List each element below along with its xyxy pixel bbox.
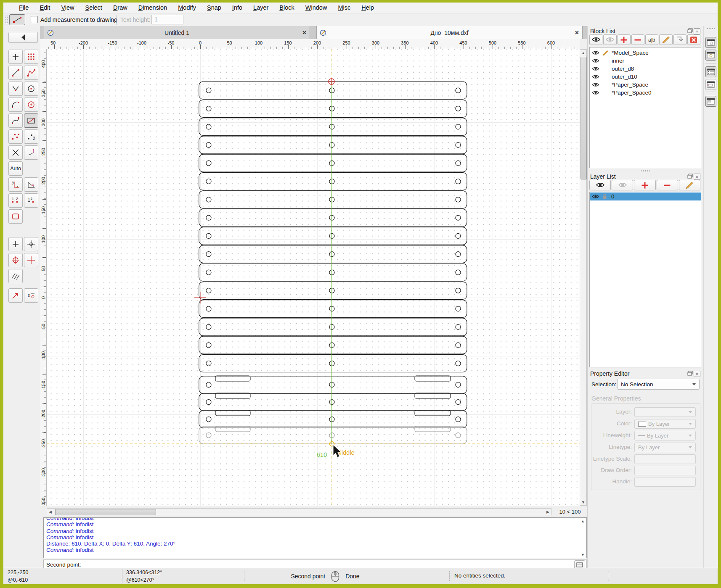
layer-list-float-button[interactable] [687,174,693,180]
panel-splitter[interactable] [640,170,651,172]
two-points-tool[interactable]: 2 [24,129,38,144]
scroll-down-icon[interactable]: ▼ [580,499,586,505]
tab-dno-10mm[interactable]: Дно_10мм.dxf × [316,26,583,39]
remove-block-button[interactable] [631,34,644,45]
menu-edit[interactable]: Edit [34,3,56,13]
toolbar-drag-handle[interactable] [5,15,8,24]
snap-free-button[interactable] [8,237,23,251]
vscroll-thumb[interactable] [581,57,587,179]
block-list-item[interactable]: *Model_Space [590,49,701,57]
angle-lines-tool[interactable] [8,82,23,96]
property-linetypescale-input[interactable] [634,454,696,464]
scroll-right-icon[interactable]: ▶ [545,509,551,515]
block-list-item[interactable]: *Paper_Space0 [590,89,701,97]
remove-layer-button[interactable] [657,180,678,190]
property-linetype-select[interactable]: By Layer [634,443,696,452]
property-editor-float-button[interactable] [687,371,693,377]
canvas-hscrollbar[interactable]: ◀ ▶ [47,508,551,515]
sequence-12-button[interactable]: 12 [8,193,23,208]
menu-block[interactable]: Block [274,3,300,13]
add-layer-button[interactable] [634,180,655,190]
menu-window[interactable]: Window [300,3,333,13]
block-list-item[interactable]: *Paper_Space [590,81,701,89]
tab-untitled[interactable]: Untitled 1 × [44,26,310,39]
menu-dimension[interactable]: Dimension [133,3,173,13]
measure-distance-tool[interactable] [24,113,38,128]
selection-combobox[interactable]: No Selection [617,379,700,390]
dockstrip-handle[interactable] [707,28,715,30]
line-two-points-tool[interactable] [8,66,23,80]
visibility-eye-icon[interactable] [591,66,600,72]
menu-draw[interactable]: Draw [108,3,133,13]
rename-block-button[interactable]: a|b [645,34,658,45]
selection-rect-button[interactable] [8,209,23,224]
layer-list[interactable]: 0 [589,192,701,367]
edit-layer-button[interactable] [679,180,700,190]
dock-block-list-button[interactable] [705,37,716,48]
property-color-select[interactable]: By Layer [634,419,696,429]
snap-endpoint-button[interactable] [8,253,23,267]
property-lineweight-select[interactable]: By Layer [634,431,696,440]
coordinate-ra-button[interactable]: a [24,177,38,192]
menu-view[interactable]: View [56,3,80,13]
snap-middle-button[interactable] [24,253,38,267]
tab-close-icon[interactable]: × [302,29,306,37]
block-list-item[interactable]: outer_d10 [590,73,701,81]
show-block-button[interactable] [589,34,602,45]
vertical-line-tool[interactable]: ! [24,145,38,160]
menu-select[interactable]: Select [80,3,108,13]
hide-block-button[interactable] [603,34,616,45]
visibility-eye-icon[interactable] [591,74,600,80]
points-grid-tool[interactable] [24,50,38,64]
text-height-input[interactable]: 1 [151,15,183,24]
block-list[interactable]: *Model_Spaceinnerouter_d8outer_d10*Paper… [589,47,701,168]
coordinate-yx-button[interactable]: yx [8,177,23,192]
property-handle-input[interactable] [634,477,696,487]
visibility-eye-icon[interactable] [591,50,600,56]
hscroll-thumb[interactable] [55,509,156,515]
cmd-scroll-up-icon[interactable]: ▲ [580,518,586,524]
menu-snap[interactable]: Snap [201,3,227,13]
circle-center-tool[interactable] [24,98,38,112]
tab-close-icon[interactable]: × [575,29,579,37]
arc-tool[interactable] [8,98,23,112]
dock-property-editor-button[interactable] [705,96,716,107]
statusbar-grip-2[interactable] [448,571,451,582]
property-draworder-input[interactable] [634,466,696,475]
add-block-button[interactable] [618,34,631,45]
snap-grid-button[interactable] [24,237,38,251]
show-all-layers-button[interactable] [589,180,611,190]
back-button[interactable] [8,32,38,43]
dock-command-widget-button[interactable] [705,79,716,90]
dock-library-browser-button[interactable] [705,50,716,61]
menu-help[interactable]: Help [356,3,379,13]
menu-layer[interactable]: Layer [248,3,274,13]
restrict-move-button[interactable] [8,288,23,303]
visibility-eye-icon[interactable] [591,193,600,200]
menu-misc[interactable]: Misc [332,3,356,13]
block-list-item[interactable]: inner [590,57,701,65]
snap-distance-button[interactable] [8,269,23,283]
polyline-tool[interactable] [24,66,38,80]
block-list-close-icon[interactable]: × [694,28,700,34]
intersection-tool[interactable] [8,145,23,160]
lock-icon[interactable] [602,193,608,200]
dock-layer-list-button[interactable] [705,66,716,77]
drawing-canvas[interactable]: 610Middle [47,49,580,506]
statusbar-grip[interactable] [243,571,245,582]
layer-list-close-icon[interactable]: × [694,174,700,180]
insert-block-button[interactable] [673,34,687,45]
visibility-eye-icon[interactable] [591,82,600,88]
property-layer-select[interactable] [634,407,696,417]
layer-list-item[interactable]: 0 [590,192,701,200]
menu-file[interactable]: File [13,3,34,13]
distance-point-to-point-button[interactable] [9,14,25,25]
menu-modify[interactable]: Modify [172,3,201,13]
visibility-eye-icon[interactable] [591,90,600,96]
canvas-vscrollbar[interactable]: ▲ ▼ [580,49,587,506]
circle-center-point-tool[interactable] [24,82,38,96]
add-measurement-checkbox[interactable] [31,16,38,23]
hide-all-layers-button[interactable] [612,180,633,190]
auto-snap-button[interactable]: Auto [8,161,23,176]
edit-block-button[interactable] [659,34,672,45]
